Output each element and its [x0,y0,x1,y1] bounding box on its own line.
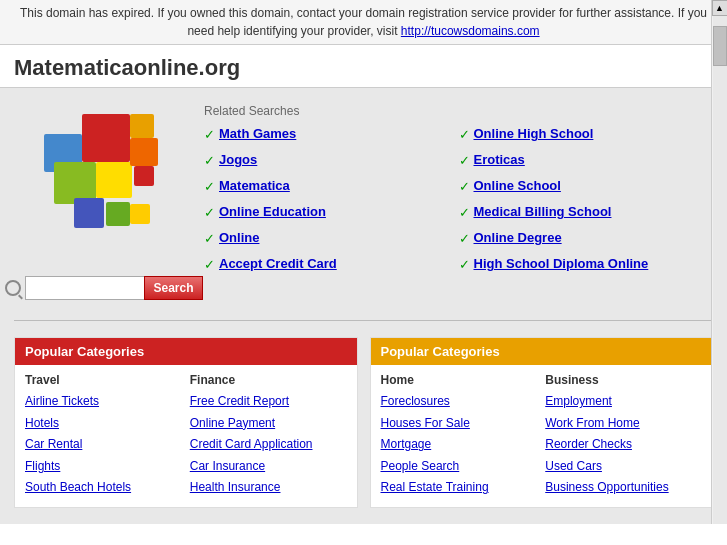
popular-link[interactable]: Online Payment [190,413,347,435]
popular-link[interactable]: Mortgage [381,434,538,456]
link-item: ✓Jogos [204,152,459,168]
popular-link[interactable]: Used Cars [545,456,702,478]
link-item: ✓Online [204,230,459,246]
scroll-track[interactable] [713,16,727,524]
related-link[interactable]: Math Games [219,126,296,141]
logo-block-red [82,114,130,162]
check-icon: ✓ [204,179,215,194]
check-icon: ✓ [459,257,470,272]
logo-block-orange-mid [130,138,158,166]
check-icon: ✓ [459,179,470,194]
popular-body-left: TravelAirline TicketsHotelsCar RentalFli… [15,365,357,507]
divider [14,320,713,321]
popular-link[interactable]: Airline Tickets [25,391,182,413]
logo-area: Search [14,104,194,300]
related-link[interactable]: Online School [474,178,561,193]
link-item: ✓High School Diploma Online [459,256,714,272]
link-item: ✓Online School [459,178,714,194]
related-link[interactable]: Online High School [474,126,594,141]
link-item: ✓Online Education [204,204,459,220]
related-section: Search Related Searches ✓Math Games✓Jogo… [14,104,713,312]
popular-link[interactable]: South Beach Hotels [25,477,182,499]
popular-section: Popular Categories TravelAirline Tickets… [14,337,713,508]
related-link[interactable]: Accept Credit Card [219,256,337,271]
popular-header-right: Popular Categories [371,338,713,365]
check-icon: ✓ [204,231,215,246]
search-button[interactable]: Search [144,276,202,300]
popular-body-right: HomeForeclosuresHouses For SaleMortgageP… [371,365,713,507]
popular-link[interactable]: Flights [25,456,182,478]
logo-block-blue-mid [74,198,104,228]
logo-blocks [34,104,174,264]
link-item: ✓Matematica [204,178,459,194]
popular-link[interactable]: Free Credit Report [190,391,347,413]
popular-link[interactable]: Credit Card Application [190,434,347,456]
popular-col-title: Home [381,373,538,387]
related-link[interactable]: High School Diploma Online [474,256,649,271]
related-link[interactable]: Eroticas [474,152,525,167]
search-area: Search [5,276,202,300]
popular-link[interactable]: Foreclosures [381,391,538,413]
popular-col: HomeForeclosuresHouses For SaleMortgageP… [381,373,538,499]
popular-link[interactable]: Houses For Sale [381,413,538,435]
search-input[interactable] [25,276,145,300]
popular-header-left: Popular Categories [15,338,357,365]
related-label: Related Searches [204,104,713,118]
popular-link[interactable]: Work From Home [545,413,702,435]
check-icon: ✓ [204,205,215,220]
link-item: ✓Medical Billing School [459,204,714,220]
related-content: Related Searches ✓Math Games✓Jogos✓Matem… [194,104,713,272]
popular-link[interactable]: Employment [545,391,702,413]
check-icon: ✓ [204,153,215,168]
popular-link[interactable]: Business Opportunities [545,477,702,499]
popular-link[interactable]: People Search [381,456,538,478]
links-grid: ✓Math Games✓Jogos✓Matematica✓Online Educ… [204,126,713,272]
related-link[interactable]: Online [219,230,259,245]
popular-col: FinanceFree Credit ReportOnline PaymentC… [190,373,347,499]
logo-block-orange-top [130,114,154,138]
check-icon: ✓ [204,127,215,142]
logo-block-yellow-small [130,204,150,224]
popular-col-title: Finance [190,373,347,387]
logo-block-red-small [134,166,154,186]
tucows-link[interactable]: http://tucowsdomains.com [401,24,540,38]
link-item: ✓Eroticas [459,152,714,168]
banner-text: This domain has expired. If you owned th… [20,6,707,38]
link-item: ✓Accept Credit Card [204,256,459,272]
link-item: ✓Online High School [459,126,714,142]
popular-col: TravelAirline TicketsHotelsCar RentalFli… [25,373,182,499]
check-icon: ✓ [204,257,215,272]
related-link[interactable]: Medical Billing School [474,204,612,219]
expiry-banner: This domain has expired. If you owned th… [0,0,727,45]
logo-block-yellow [96,162,132,198]
links-col-2: ✓Online High School✓Eroticas✓Online Scho… [459,126,714,272]
popular-col: BusinessEmploymentWork From HomeReorder … [545,373,702,499]
check-icon: ✓ [459,205,470,220]
popular-box-right: Popular Categories HomeForeclosuresHouse… [370,337,714,508]
popular-box-left: Popular Categories TravelAirline Tickets… [14,337,358,508]
scroll-thumb[interactable] [713,26,727,66]
check-icon: ✓ [459,231,470,246]
scroll-up-arrow[interactable]: ▲ [712,0,728,16]
logo-block-green-small [106,202,130,226]
related-link[interactable]: Online Education [219,204,326,219]
popular-link[interactable]: Car Rental [25,434,182,456]
related-link[interactable]: Online Degree [474,230,562,245]
check-icon: ✓ [459,153,470,168]
popular-link[interactable]: Hotels [25,413,182,435]
related-link[interactable]: Jogos [219,152,257,167]
main-content: Search Related Searches ✓Math Games✓Jogo… [0,88,727,524]
link-item: ✓Math Games [204,126,459,142]
related-link[interactable]: Matematica [219,178,290,193]
check-icon: ✓ [459,127,470,142]
popular-link[interactable]: Car Insurance [190,456,347,478]
popular-col-title: Travel [25,373,182,387]
scrollbar[interactable]: ▲ ▼ [711,0,727,524]
links-col-1: ✓Math Games✓Jogos✓Matematica✓Online Educ… [204,126,459,272]
popular-link[interactable]: Reorder Checks [545,434,702,456]
popular-link[interactable]: Real Estate Training [381,477,538,499]
popular-col-title: Business [545,373,702,387]
domain-title: Matematicaonline.org [0,45,727,88]
search-icon [5,280,21,296]
popular-link[interactable]: Health Insurance [190,477,347,499]
